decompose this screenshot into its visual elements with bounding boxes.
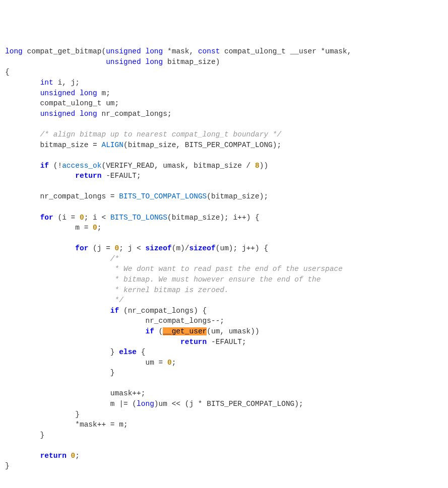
code-text [5, 79, 40, 87]
code-text: ; [97, 224, 102, 232]
keyword-unsigned: unsigned [106, 58, 141, 66]
code-text [67, 452, 71, 460]
code-text: )) [260, 162, 268, 170]
function-access-ok: access_ok [62, 162, 101, 170]
keyword-long: long [137, 400, 154, 408]
code-text: -EFAULT; [207, 338, 246, 346]
code-text: (bitmap_size, BITS_PER_COMPAT_LONG); [123, 141, 281, 149]
code-text [5, 89, 40, 97]
function-bits-to-compat-longs: BITS_TO_COMPAT_LONGS [119, 192, 207, 200]
keyword-if: if [40, 162, 49, 170]
code-text [5, 244, 75, 252]
code-text: (VERIFY_READ, umask, bitmap_size / [101, 162, 255, 170]
code-text [5, 58, 106, 66]
function-align: ALIGN [101, 141, 123, 149]
code-text [75, 89, 80, 97]
code-text [5, 172, 75, 180]
code-text: { [137, 348, 145, 356]
keyword-return: return [75, 172, 101, 180]
code-text [5, 327, 145, 335]
code-text: } [5, 462, 10, 470]
code-text [5, 307, 110, 315]
keyword-for: for [75, 244, 88, 252]
code-text: nr_compat_longs = [5, 192, 119, 200]
code-text: } [5, 410, 80, 419]
comment: * kernel bitmap is zeroed. [5, 286, 229, 294]
code-text: } [5, 369, 115, 377]
highlighted-get-user: __get_user [163, 327, 207, 335]
keyword-for: for [40, 214, 53, 222]
code-text: -EFAULT; [101, 172, 141, 180]
comment: /* [5, 255, 119, 263]
code-text: ( [154, 327, 163, 335]
code-text [5, 338, 180, 346]
code-text: m = [5, 224, 93, 232]
code-text: bitmap_size = [5, 141, 101, 149]
keyword-else: else [119, 348, 137, 356]
code-text: } [5, 348, 119, 356]
keyword-long: long [145, 47, 163, 55]
code-text: (m)/ [172, 244, 189, 252]
comment: * We dont want to read past the end of t… [5, 265, 343, 273]
keyword-sizeof: sizeof [145, 244, 171, 252]
keyword-if: if [145, 327, 154, 335]
code-text: um = [5, 359, 167, 367]
code-text: compat_get_bitmap( [23, 47, 106, 55]
keyword-long: long [80, 89, 97, 97]
number: 0 [167, 359, 172, 367]
code-text: m; [97, 89, 110, 97]
code-text: (nr_compat_longs) { [119, 307, 207, 315]
keyword-const: const [198, 47, 220, 55]
keyword-unsigned: unsigned [106, 47, 141, 55]
keyword-unsigned: unsigned [40, 89, 76, 97]
code-text: *mask++ = m; [5, 421, 128, 429]
code-text [75, 110, 80, 118]
code-text: } [5, 431, 44, 439]
code-text: ; [75, 452, 80, 460]
code-text: *mask, [163, 47, 198, 55]
keyword-unsigned: unsigned [40, 110, 76, 118]
code-text: compat_ulong_t __user *umask, [220, 47, 351, 55]
code-text: nr_compat_longs; [97, 110, 172, 118]
keyword-long: long [145, 58, 163, 66]
keyword-return: return [180, 338, 207, 346]
keyword-sizeof: sizeof [189, 244, 216, 252]
keyword-int: int [40, 79, 53, 87]
code-text: m |= ( [5, 400, 137, 408]
code-text [5, 214, 40, 222]
code-text: (i = [53, 214, 80, 222]
keyword-long: long [80, 110, 97, 118]
comment: * bitmap. We must however ensure the end… [5, 275, 321, 284]
keyword-return: return [40, 452, 67, 460]
code-text: (bitmap_size); i++) { [167, 214, 260, 222]
code-text [5, 110, 40, 118]
number: 0 [115, 244, 119, 252]
code-text: (bitmap_size); [207, 192, 268, 200]
number: 0 [71, 452, 76, 460]
code-text: i, j; [53, 79, 80, 87]
code-text: ; [172, 359, 176, 367]
function-bits-to-longs: BITS_TO_LONGS [110, 214, 167, 222]
number: 0 [80, 214, 84, 222]
code-text: { [5, 68, 10, 76]
code-text: (um); j++) { [216, 244, 268, 252]
code-text: nr_compat_longs--; [5, 317, 224, 325]
code-text: ; i < [84, 214, 110, 222]
code-text: (j = [88, 244, 114, 252]
code-text: (! [49, 162, 62, 170]
comment: */ [5, 296, 123, 304]
code-text: )um << (j * BITS_PER_COMPAT_LONG); [154, 400, 303, 408]
code-text [5, 452, 40, 460]
number: 0 [93, 224, 97, 232]
keyword-if: if [110, 307, 119, 315]
code-text [5, 162, 40, 170]
comment: /* align bitmap up to nearest compat_lon… [5, 130, 281, 138]
code-text: umask++; [5, 389, 145, 397]
number: 8 [255, 162, 260, 170]
code-text: ; j < [119, 244, 145, 252]
code-block: long compat_get_bitmap(unsigned long *ma… [5, 46, 443, 471]
keyword-long: long [5, 47, 23, 55]
code-text: (um, umask)) [207, 327, 259, 335]
code-text: bitmap_size) [163, 58, 220, 66]
code-text: compat_ulong_t um; [5, 99, 119, 107]
